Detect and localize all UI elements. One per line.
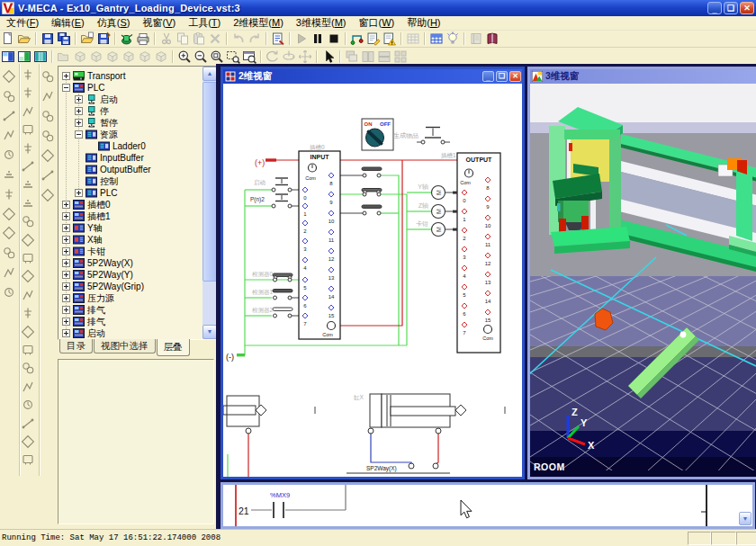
- tool-link-3-button[interactable]: [0, 283, 18, 301]
- window-3d-titlebar[interactable]: 3维视窗: [530, 69, 756, 84]
- viewbar-win-arrange-button[interactable]: [392, 49, 409, 64]
- tree-item-暂停[interactable]: 暂停: [75, 117, 118, 129]
- tool-gauge-6-button[interactable]: [19, 451, 37, 469]
- tool-gears-button[interactable]: [39, 87, 57, 105]
- tool-arrow-button[interactable]: [19, 121, 37, 139]
- tree-item-排气[interactable]: 排气: [62, 316, 105, 327]
- tool-pencil-button[interactable]: [19, 286, 37, 304]
- tree-item-OutputBuffer[interactable]: OutputBuffer: [75, 164, 151, 175]
- viewbar-zoom-rect-button[interactable]: [225, 49, 241, 64]
- tree-scrollbar[interactable]: ▲ ▼: [202, 67, 217, 339]
- valve-sp2way[interactable]: SP2Way(X): [346, 463, 450, 473]
- restore-button[interactable]: ❏: [724, 2, 738, 14]
- tool-joint-rotate-button[interactable]: [0, 107, 18, 125]
- tool-layer-down-button[interactable]: [19, 267, 37, 285]
- toolbar-connect-button[interactable]: [349, 31, 365, 46]
- window-2d-minimize-button[interactable]: _: [482, 71, 494, 82]
- viewbar-zoom-window-button[interactable]: [241, 49, 257, 64]
- toolbar-pause-button[interactable]: [310, 31, 326, 46]
- toolbar-save-all-button[interactable]: [56, 31, 72, 46]
- tool-snap-out-button[interactable]: [19, 231, 37, 249]
- tree-toggle[interactable]: [62, 318, 73, 327]
- viewbar-layout-3d-button[interactable]: [16, 49, 32, 64]
- viewbar-zoom-extent-button[interactable]: [209, 49, 225, 64]
- window-2d-close-button[interactable]: ✕: [509, 71, 521, 82]
- toolbar-table-button[interactable]: [428, 31, 445, 46]
- viewbar-folder-button[interactable]: [56, 49, 72, 64]
- toolbar-new-button[interactable]: [0, 31, 16, 46]
- viewbar-pan-button[interactable]: [297, 49, 313, 64]
- toolbar-open-button[interactable]: [16, 31, 32, 46]
- menu-item-edit[interactable]: 编辑(E): [45, 16, 91, 30]
- toolbar-help-book-button[interactable]: [484, 31, 500, 46]
- tree-item-插槽1[interactable]: 插槽1: [62, 210, 111, 222]
- toolbar-play-button[interactable]: [293, 31, 310, 46]
- cylinder-1[interactable]: [223, 396, 266, 434]
- tree-toggle[interactable]: [62, 224, 73, 234]
- viewbar-box-front-button[interactable]: [88, 49, 104, 64]
- viewbar-box-iso-button[interactable]: [72, 49, 88, 64]
- menu-item-file[interactable]: 文件(F): [0, 16, 45, 30]
- tree-toggle[interactable]: [75, 107, 86, 117]
- viewbar-zoom-in-button[interactable]: [176, 49, 193, 64]
- tool-rectangle-button[interactable]: [19, 157, 37, 175]
- viewbar-win-tile-v-button[interactable]: [360, 49, 376, 64]
- tree-toggle[interactable]: [62, 72, 73, 82]
- tree-toggle[interactable]: [75, 95, 86, 105]
- viewbar-win-tile-h-button[interactable]: [376, 49, 392, 64]
- tree-item-5P2Way(X)[interactable]: 5P2Way(X): [62, 257, 133, 269]
- tool-book-open-button[interactable]: [19, 84, 37, 102]
- tree-item-插槽0[interactable]: 插槽0: [62, 199, 111, 210]
- toolbar-print-button[interactable]: [135, 31, 151, 46]
- tree-item-停[interactable]: 停: [75, 105, 109, 117]
- close-button[interactable]: ✕: [740, 2, 754, 14]
- limit-switches[interactable]: [362, 167, 382, 215]
- menu-item-window[interactable]: 窗口(W): [352, 16, 400, 30]
- tree-toggle[interactable]: [75, 189, 86, 199]
- tool-robot-button[interactable]: [39, 147, 57, 165]
- toolbar-notebook-button[interactable]: [468, 31, 484, 46]
- tree-toggle[interactable]: [62, 212, 73, 222]
- toolbar-edit-sheet-warning-button[interactable]: [382, 31, 398, 46]
- tool-gauge-2-button[interactable]: [19, 378, 37, 396]
- tree-toggle[interactable]: [62, 282, 73, 292]
- toolbar-open-project-button[interactable]: [79, 31, 95, 46]
- tool-clamp-button[interactable]: [0, 67, 18, 85]
- generate-push-button[interactable]: [421, 128, 445, 145]
- viewbar-win-cascade-button[interactable]: [344, 49, 360, 64]
- ladder-contact[interactable]: %MX9: [251, 485, 346, 518]
- tree-toggle[interactable]: [62, 84, 73, 94]
- menu-item-2d-model[interactable]: 2维模型(M): [227, 16, 290, 30]
- tool-snap-in-button[interactable]: [19, 212, 37, 230]
- tool-stamp-button[interactable]: [39, 67, 57, 85]
- tool-gauge-4-button[interactable]: [19, 415, 37, 433]
- tool-speaker-button[interactable]: [39, 186, 57, 204]
- tool-layer-up-button[interactable]: [19, 249, 37, 267]
- tree-item-Transport[interactable]: Transport: [62, 70, 125, 82]
- tool-gauge-3-button[interactable]: [19, 396, 37, 414]
- tree-item-PLC[interactable]: PLC: [62, 82, 104, 94]
- tree-toggle[interactable]: [62, 306, 73, 316]
- viewbar-rotate-button[interactable]: [265, 49, 281, 64]
- sensor-switches[interactable]: 检测器0 检测器1 检测器2: [252, 271, 292, 318]
- tool-joint-angle-button[interactable]: [0, 146, 18, 164]
- rotary-switch[interactable]: ON OFF: [362, 119, 393, 150]
- tree-tab-视图中选择[interactable]: 视图中选择: [94, 339, 156, 354]
- tool-polyline-button[interactable]: [19, 139, 37, 157]
- tree-toggle[interactable]: [62, 271, 73, 281]
- tree-toggle[interactable]: [62, 329, 73, 339]
- circuit-diagram-canvas[interactable]: INPUT OUTPUT Com Com Com Com 01234567891…: [223, 84, 522, 477]
- ladder-scroll-down-button[interactable]: ▼: [739, 512, 752, 525]
- tool-body-button[interactable]: [0, 185, 18, 203]
- minimize-button[interactable]: _: [707, 2, 722, 14]
- tree-toggle[interactable]: [62, 294, 73, 304]
- window-2d-restore-button[interactable]: ❏: [496, 71, 508, 82]
- tree-item-控制[interactable]: 控制: [75, 175, 118, 187]
- tree-scroll-up-button[interactable]: ▲: [202, 67, 217, 81]
- scene-3d-canvas[interactable]: Z Y X ROOM: [530, 84, 756, 477]
- tree-toggle[interactable]: [62, 247, 73, 257]
- toolbar-datagrid-button[interactable]: [405, 31, 421, 46]
- tool-gauge-5-button[interactable]: [19, 433, 37, 451]
- viewbar-box-top-button[interactable]: [104, 49, 121, 64]
- tool-magnet-button[interactable]: [0, 87, 18, 105]
